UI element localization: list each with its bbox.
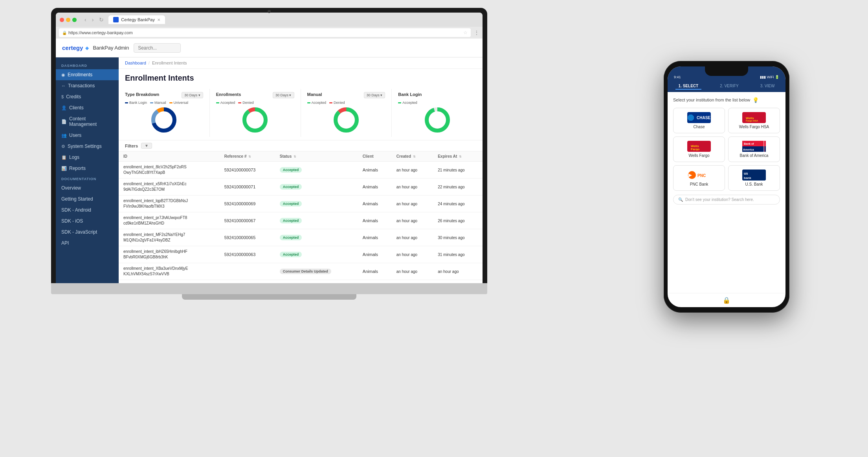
phone-body: Select your institution from the list be… — [668, 92, 785, 293]
close-button[interactable] — [60, 18, 64, 22]
breadcrumb-parent[interactable]: Dashboard — [125, 61, 146, 65]
logo-diamond-icon: ◆ — [85, 45, 89, 51]
address-box[interactable]: 🔒 https://www.certegy-bankpay.com ☆ — [59, 28, 471, 37]
col-status[interactable]: Status ⇅ — [275, 151, 358, 162]
sidebar-label: SDK - iOS — [61, 218, 83, 224]
chart-legend-2: Accepted Denied — [307, 101, 385, 105]
cell-id: enrollment_intent_MF2s2NaYEHg7M1QIN1x2gV… — [119, 229, 220, 246]
bank-name-pnc: PNC Bank — [690, 182, 708, 186]
col-client: Client — [358, 151, 392, 162]
search-placeholder-text: Don't see your institution? Search here. — [685, 197, 754, 202]
new-tab-button[interactable] — [170, 16, 182, 24]
chart-days-btn-1[interactable]: 30 Days ▾ — [273, 92, 294, 98]
global-search-input[interactable] — [134, 43, 181, 53]
table-row[interactable]: enrollment_intent_XBa3ueVDnxMjyEKXLhVMX5… — [119, 263, 483, 280]
browser-tab[interactable]: Certegy BankPay ✕ — [108, 15, 165, 24]
refresh-button[interactable]: ↻ — [97, 16, 105, 24]
chase-text: CHASE — [697, 116, 710, 120]
status-badge: Accepted — [280, 167, 302, 173]
sidebar-item-enrollments[interactable]: ◉ Enrollments — [56, 69, 119, 80]
cell-status: Accepted — [275, 162, 358, 179]
sidebar-item-system-settings[interactable]: ⚙ System Settings — [56, 141, 119, 152]
chart-enrollments: Enrollments 30 Days ▾ Accepted — [210, 89, 301, 137]
sidebar-item-credits[interactable]: $ Credits — [56, 91, 119, 102]
legend-item: Universal — [169, 101, 189, 105]
minimize-button[interactable] — [66, 18, 70, 22]
back-button[interactable]: ‹ — [83, 16, 88, 24]
bank-card-boa[interactable]: Bank of America Bank of America — [728, 136, 780, 162]
cell-expires: an hour ago — [433, 263, 483, 280]
settings-icon: ⚙ — [61, 144, 65, 149]
bookmark-icon[interactable]: ☆ — [463, 30, 468, 35]
sidebar-item-sdk-javascript[interactable]: SDK - JavaScript — [56, 227, 119, 238]
cell-status: Consumer Details Updated — [275, 263, 358, 280]
tab-favicon — [113, 17, 119, 22]
bank-card-chase[interactable]: CHASE Chase — [673, 108, 725, 133]
table-row[interactable]: enrollment_intent_pr7JhAUwqxoFT8cd9ke1ri… — [119, 212, 483, 229]
tab-close-icon[interactable]: ✕ — [157, 18, 160, 22]
sidebar-item-overview[interactable]: Overview — [56, 182, 119, 193]
table-row[interactable]: enrollment_intent_MF2s2NaYEHg7M1QIN1x2gV… — [119, 229, 483, 246]
cell-created: an hour ago — [392, 212, 433, 229]
bank-card-usbank[interactable]: us bank U.S. Bank — [728, 165, 780, 191]
sidebar-item-transactions[interactable]: ↔ Transactions — [56, 80, 119, 91]
sidebar-item-clients[interactable]: 👤 Clients — [56, 102, 119, 113]
cell-client: Animals — [358, 229, 392, 246]
table-row[interactable]: enrollment_intent_lqpB2T7DGBbNsJFVIn9wJ8… — [119, 195, 483, 212]
filter-icon[interactable]: ▼ — [141, 143, 152, 149]
table-row[interactable]: enrollment_intent_ay5BY9jkJyKCIBn8tnBtfu… — [119, 280, 483, 284]
sidebar-label: Reports — [69, 166, 86, 171]
donut-2 — [307, 106, 385, 134]
table-filters: Filters ▼ — [119, 140, 483, 151]
chart-days-btn-2[interactable]: 30 Days ▾ — [364, 92, 385, 98]
sidebar-item-sdk-android[interactable]: SDK - Android — [56, 205, 119, 216]
browser-menu-icon[interactable]: ⋮ — [474, 29, 479, 36]
bank-card-wfhsa[interactable]: Wells Fargo HSA Wells Fargo HSA — [728, 108, 780, 133]
legend-label: Bank Login — [129, 101, 147, 105]
cell-client: Animals — [358, 195, 392, 212]
laptop-screen-border: ‹ › ↻ Certegy BankPay ✕ 🔒 https://www.ce… — [51, 8, 487, 283]
status-badge: Accepted — [280, 235, 302, 240]
cell-id: enrollment_intent_8lcV2h25pF2oRSOwyThGNC… — [119, 162, 220, 179]
cell-created: an hour ago — [392, 280, 433, 284]
heading-text: Select your institution from the list be… — [673, 97, 750, 103]
sidebar-item-reports[interactable]: 📊 Reports — [56, 163, 119, 174]
bank-card-wf[interactable]: Wells Fargo Wells Fargo — [673, 136, 725, 162]
fullscreen-button[interactable] — [72, 18, 77, 22]
chart-bank-login: Bank Login Accepted — [392, 89, 483, 137]
browser-window: ‹ › ↻ Certegy BankPay ✕ 🔒 https://www.ce… — [56, 13, 483, 283]
phone-step-view[interactable]: 3. VIEW — [757, 83, 778, 90]
sidebar-item-getting-started[interactable]: Getting Started — [56, 193, 119, 205]
svg-point-15 — [429, 112, 445, 128]
forward-button[interactable]: › — [90, 16, 95, 24]
institution-search[interactable]: 🔍 Don't see your institution? Search her… — [673, 195, 780, 205]
enrollment-table: ID Reference # ⇅ Status ⇅ Client Created… — [119, 151, 483, 283]
bank-card-pnc[interactable]: ▶ PNC PNC Bank — [673, 165, 725, 191]
sidebar-item-users[interactable]: 👥 Users — [56, 130, 119, 141]
sidebar-item-api[interactable]: API — [56, 238, 119, 249]
sidebar-item-content-management[interactable]: 📄 Content Management — [56, 113, 119, 130]
chart-legend-1: Accepted Denied — [216, 101, 294, 105]
col-created[interactable]: Created ⇅ — [392, 151, 433, 162]
table-row[interactable]: enrollment_intent_x5RrK1i7oXGhEc9dAi7IGd… — [119, 179, 483, 195]
content-icon: 📄 — [61, 119, 67, 124]
sidebar-item-logs[interactable]: 📋 Logs — [56, 152, 119, 163]
sidebar-label: System Settings — [68, 144, 102, 149]
cell-client: Animals — [358, 246, 392, 263]
browser-nav: ‹ › ↻ — [83, 16, 105, 24]
bulb-icon: 💡 — [752, 97, 759, 104]
phone-step-select[interactable]: 1. SELECT — [675, 83, 702, 90]
cell-status: Accepted — [275, 212, 358, 229]
chase-octagon-icon — [688, 114, 694, 121]
col-expires[interactable]: Expires At ⇅ — [433, 151, 483, 162]
chart-title-2: Manual — [307, 92, 322, 97]
bank-name-chase: Chase — [694, 125, 705, 129]
url-text: https://www.certegy-bankpay.com — [68, 30, 133, 35]
table-row[interactable]: enrollment_intent_8lcV2h25pF2oRSOwyThGNC… — [119, 162, 483, 179]
phone-step-verify[interactable]: 2. VERIFY — [717, 83, 741, 90]
col-reference[interactable]: Reference # ⇅ — [220, 151, 275, 162]
laptop-camera — [268, 10, 271, 13]
sidebar-item-sdk-ios[interactable]: SDK - iOS — [56, 216, 119, 227]
table-row[interactable]: enrollment_intent_ibHZ65HmIbghHFBFvbR0XM… — [119, 246, 483, 263]
chart-days-btn-0[interactable]: 30 Days ▾ — [182, 92, 203, 98]
